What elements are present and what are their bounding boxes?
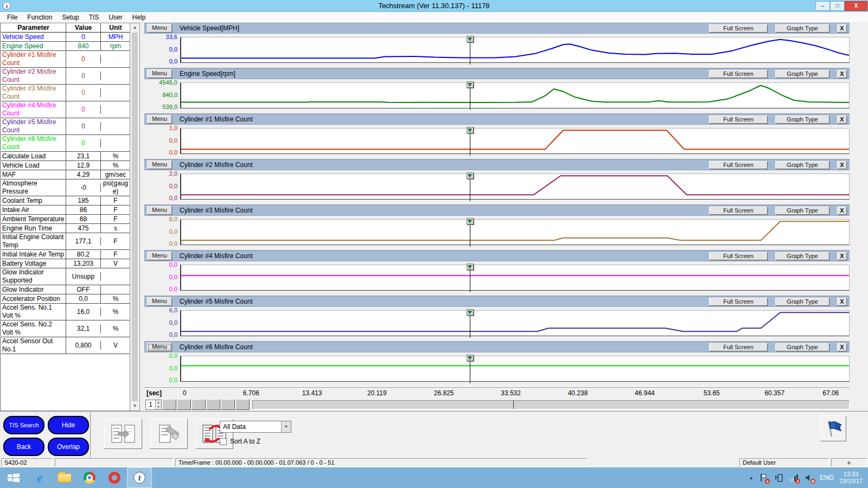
taskbar-chrome-button[interactable] [77,467,102,488]
table-row-13[interactable]: Intake Air 86 F [1,206,130,215]
play-button-transport[interactable] [177,399,191,410]
close-button[interactable]: X [845,1,867,11]
table-row-1[interactable]: Engine Speed 840 rpm [1,42,130,51]
scroll-up-icon[interactable]: ▲ [130,23,139,32]
full-screen-button-1[interactable]: Full Screen [709,70,768,78]
plot-area-6[interactable] [180,310,850,336]
table-row-22[interactable]: Accel Sens. No.1 Volt % 16,0 % [1,304,130,320]
table-row-17[interactable]: Initial Intake Air Temp 80,2 F [1,250,130,259]
graph-menu-button-2[interactable]: Menu [147,115,172,124]
table-row-5[interactable]: Cylinder #4 Misfire Count 0 [1,101,130,118]
graph-menu-button-7[interactable]: Menu [147,343,172,351]
cursor-handle-icon-6[interactable] [467,309,474,316]
table-row-3[interactable]: Cylinder #2 Misfire Count 0 [1,68,130,85]
table-row-18[interactable]: Battery Voltage 13,203 V [1,259,130,268]
tray-expand-icon[interactable]: ▲ [749,475,754,480]
taskbar-explorer-button[interactable] [52,467,77,488]
full-screen-button-2[interactable]: Full Screen [709,115,768,124]
list-transfer-button[interactable] [104,419,142,449]
minimize-button[interactable]: – [815,1,830,11]
close-graph-button-6[interactable]: X [837,298,847,306]
cursor-handle-icon-1[interactable] [467,81,474,88]
graph-menu-button-4[interactable]: Menu [147,206,172,215]
cursor-handle-icon-0[interactable] [467,36,474,42]
cursor-handle-icon-7[interactable] [467,355,474,361]
first-frame-button-transport[interactable] [192,399,206,410]
plot-area-7[interactable] [180,356,850,382]
network-status-icon[interactable]: x [789,473,799,483]
table-row-24[interactable]: Accel Sensor Out No.1 0,800 V [1,337,130,354]
full-screen-button-5[interactable]: Full Screen [709,252,768,260]
table-row-6[interactable]: Cylinder #5 Misfire Count 0 [1,118,130,135]
menu-item-3[interactable]: TIS [84,12,104,22]
table-row-7[interactable]: Cylinder #6 Misfire Count 0 [1,135,130,152]
plot-area-3[interactable] [180,174,850,200]
menu-item-5[interactable]: Help [127,12,151,22]
full-screen-button-7[interactable]: Full Screen [709,343,768,351]
graph-menu-button-0[interactable]: Menu [147,24,172,33]
graph-type-button-7[interactable]: Graph Type [775,343,829,351]
scrollbar-thumb[interactable] [132,33,138,401]
table-row-15[interactable]: Engine Run Time 475 s [1,224,130,233]
flag-button[interactable] [820,415,846,441]
table-row-11[interactable]: Atmosphere Pressure -0 psi(gauge) [1,179,130,196]
hide-button[interactable]: Hide [48,416,89,434]
cursor-handle-icon-4[interactable] [467,218,474,224]
graph-type-button-1[interactable]: Graph Type [775,70,829,78]
table-row-16[interactable]: Initial Engine Coolant Temp 177,1 F [1,233,130,250]
tis-search-button[interactable]: TIS Search [3,416,44,434]
graph-menu-button-6[interactable]: Menu [147,297,172,306]
sort-checkbox[interactable] [220,438,227,445]
taskbar-ie-button[interactable]: e [27,467,52,488]
overlap-button[interactable]: Overlap [48,438,89,456]
data-filter-dropdown[interactable]: All Data ▼ [220,421,291,433]
graph-type-button-5[interactable]: Graph Type [775,252,829,260]
language-indicator[interactable]: ENG [820,474,834,481]
close-graph-button-7[interactable]: X [837,343,847,351]
graph-menu-button-1[interactable]: Menu [147,69,172,78]
next-frame-button-transport[interactable] [221,399,235,410]
spinner-down-icon[interactable]: ▼ [156,404,161,409]
table-row-12[interactable]: Coolant Temp 185 F [1,196,130,206]
close-graph-button-0[interactable]: X [837,24,847,33]
table-row-20[interactable]: Glow Indicator OFF [1,285,130,294]
timeline-slider[interactable] [252,400,850,409]
close-graph-button-3[interactable]: X [837,161,847,169]
graph-type-button-2[interactable]: Graph Type [775,115,829,124]
pause-button-transport[interactable] [162,399,176,410]
dropdown-arrow-icon[interactable]: ▼ [281,421,291,432]
graph-type-button-4[interactable]: Graph Type [775,207,829,215]
plot-area-1[interactable] [180,82,850,108]
table-row-2[interactable]: Cylinder #1 Misfire Count 0 [1,51,130,68]
scroll-down-icon[interactable]: ▼ [130,402,139,410]
close-graph-button-2[interactable]: X [837,115,847,124]
taskbar-techstream-button[interactable]: t [127,467,152,488]
record-list-button[interactable] [150,419,188,449]
table-row-19[interactable]: Glow Indicator Supported Unsupp [1,268,130,285]
close-graph-button-5[interactable]: X [837,252,847,260]
last-frame-button-transport[interactable] [235,399,250,410]
cursor-handle-icon-3[interactable] [467,172,474,179]
menu-item-1[interactable]: Function [22,12,57,22]
table-row-14[interactable]: Ambient Temperature 68 F [1,215,130,224]
cursor-handle-icon-2[interactable] [467,127,474,133]
graph-type-button-6[interactable]: Graph Type [775,298,829,306]
spinner-up-icon[interactable]: ▲ [156,400,161,405]
close-graph-button-1[interactable]: X [837,70,847,78]
device-status-icon[interactable] [774,473,784,483]
graph-type-button-3[interactable]: Graph Type [775,161,829,169]
close-graph-button-4[interactable]: X [837,207,847,215]
full-screen-button-3[interactable]: Full Screen [709,161,768,169]
volume-muted-icon[interactable]: ⊘ [805,473,814,483]
plot-area-2[interactable] [180,128,850,154]
menu-item-4[interactable]: User [104,12,127,22]
prev-frame-button-transport[interactable] [206,399,220,410]
table-row-9[interactable]: Vehicle Load 12,9 % [1,161,130,170]
frame-spinner[interactable]: 1 ▲ ▼ [145,400,162,410]
table-row-10[interactable]: MAF 4,29 gm/sec [1,170,130,179]
graph-menu-button-5[interactable]: Menu [147,252,172,260]
maximize-button[interactable]: □ [830,1,845,11]
table-row-0[interactable]: Vehicle Speed 0 MPH [1,33,130,42]
plot-area-0[interactable] [180,37,850,63]
graph-type-button-0[interactable]: Graph Type [775,24,829,33]
